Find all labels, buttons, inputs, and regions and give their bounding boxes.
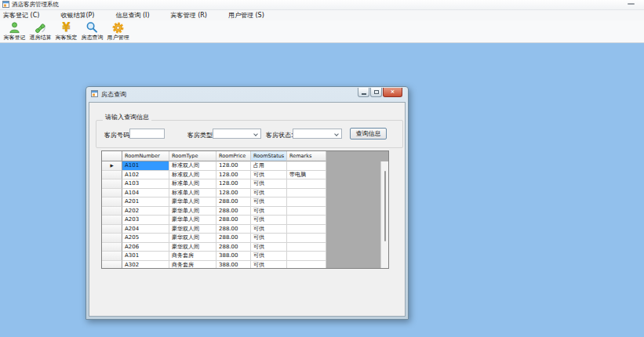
grid-cell[interactable]: A205 [122, 234, 169, 243]
toolbar-button-guest-register[interactable]: 宾客登记 [2, 20, 27, 41]
table-row[interactable]: A203豪华单人间288.00可供 [102, 216, 388, 225]
grid-cell[interactable]: 豪华双人间 [169, 243, 216, 252]
dialog-maximize-button[interactable] [370, 88, 382, 97]
grid-cell[interactable]: 可供 [251, 207, 287, 216]
grid-cell[interactable] [287, 243, 326, 252]
grid-cell[interactable] [287, 261, 326, 270]
minimize-button[interactable] [628, 3, 635, 5]
room-type-select[interactable] [213, 129, 261, 139]
row-selector-cell[interactable] [102, 225, 122, 234]
grid-cell[interactable]: 豪华单人间 [169, 216, 216, 225]
grid-cell[interactable]: A201 [122, 197, 169, 207]
grid-cell[interactable]: 可供 [251, 216, 287, 225]
toolbar-button-reservation[interactable]: ¥ 宾客预定 [53, 20, 79, 41]
grid-cell[interactable]: 占用 [251, 161, 287, 171]
grid-cell[interactable]: 可供 [251, 261, 287, 270]
room-number-input[interactable] [129, 129, 165, 139]
grid-cell[interactable]: A202 [122, 207, 169, 216]
row-selector-cell[interactable] [102, 189, 122, 198]
room-status-select[interactable] [293, 129, 342, 139]
grid-corner-cell[interactable] [102, 151, 122, 161]
grid-vertical-scrollbar[interactable] [380, 161, 388, 268]
grid-cell[interactable]: 288.00 [216, 207, 251, 216]
grid-cell[interactable] [287, 197, 326, 207]
grid-cell[interactable]: 商务套房 [169, 261, 216, 270]
toolbar-button-user-management[interactable]: 用户管理 [105, 20, 131, 41]
grid-cell[interactable]: 商务套房 [169, 252, 216, 261]
grid-column-header-remarks[interactable]: Remarks [287, 151, 326, 161]
row-selector-cell[interactable] [102, 179, 122, 189]
row-selector-cell[interactable] [102, 207, 122, 216]
row-selector-cell[interactable] [102, 171, 122, 180]
grid-cell[interactable]: 288.00 [216, 225, 251, 234]
grid-cell[interactable]: A301 [122, 252, 169, 261]
table-row[interactable]: A104标准单人间128.00可供 [102, 189, 388, 198]
grid-cell[interactable]: 可供 [251, 179, 287, 189]
menu-item-cashier-settlement[interactable]: 收银结算(P) [60, 11, 94, 20]
table-row[interactable]: A302商务套房388.00可供 [102, 261, 388, 270]
table-row[interactable]: A205豪华双人间288.00可供 [102, 234, 388, 243]
grid-cell[interactable]: 288.00 [216, 197, 251, 207]
grid-column-header-roomtype[interactable]: RoomType [169, 151, 216, 161]
grid-cell[interactable]: A104 [122, 189, 169, 198]
grid-cell[interactable]: 标准双人间 [169, 161, 216, 171]
grid-cell[interactable]: 可供 [251, 243, 287, 252]
row-selector-cell[interactable] [102, 261, 122, 270]
grid-cell[interactable]: 288.00 [216, 243, 251, 252]
grid-cell[interactable]: 标准单人间 [169, 189, 216, 198]
row-selector-cell[interactable] [102, 252, 122, 261]
grid-cell[interactable]: 可供 [251, 197, 287, 207]
grid-cell[interactable]: 豪华单人间 [169, 197, 216, 207]
table-row[interactable]: A102标准双人间128.00可供带电脑 [102, 171, 388, 180]
grid-cell[interactable]: 可供 [251, 171, 287, 180]
table-row[interactable]: A204豪华双人间288.00可供 [102, 225, 388, 234]
row-selector-cell[interactable] [102, 216, 122, 225]
grid-cell[interactable]: 豪华双人间 [169, 225, 216, 234]
menu-item-info-query[interactable]: 信息查询 (I) [115, 11, 149, 20]
grid-cell[interactable]: A102 [122, 171, 169, 180]
grid-cell[interactable]: 豪华双人间 [169, 234, 216, 243]
grid-column-header-roomprice[interactable]: RoomPrice [216, 151, 251, 161]
grid-cell[interactable]: 128.00 [216, 189, 251, 198]
grid-cell[interactable]: 带电脑 [287, 171, 326, 180]
grid-cell[interactable]: 标准单人间 [169, 179, 216, 189]
row-selector-cell[interactable] [102, 197, 122, 207]
grid-cell[interactable]: 288.00 [216, 234, 251, 243]
grid-cell[interactable]: 豪华单人间 [169, 207, 216, 216]
row-selector-cell[interactable] [102, 243, 122, 252]
grid-cell[interactable]: 128.00 [216, 179, 251, 189]
search-button[interactable]: 查询信息 [350, 128, 387, 140]
grid-cell[interactable]: 标准双人间 [169, 171, 216, 180]
grid-cell[interactable] [287, 189, 326, 198]
grid-cell[interactable]: 可供 [251, 225, 287, 234]
table-row[interactable]: A301商务套房388.00可供 [102, 252, 388, 261]
grid-cell[interactable]: A103 [122, 179, 169, 189]
table-row[interactable]: ▶A101标准双人间128.00占用 [102, 161, 388, 171]
grid-cell[interactable]: A204 [122, 225, 169, 234]
row-selector-cell[interactable]: ▶ [102, 161, 122, 171]
grid-cell[interactable]: 可供 [251, 234, 287, 243]
scrollbar-thumb[interactable] [384, 171, 386, 241]
grid-cell[interactable]: A302 [122, 261, 169, 270]
grid-cell[interactable]: 128.00 [216, 161, 251, 171]
table-row[interactable]: A202豪华单人间288.00可供 [102, 207, 388, 216]
main-titlebar[interactable]: 酒店客房管理系统 [0, 0, 644, 10]
grid-cell[interactable] [287, 161, 326, 171]
dialog-minimize-button[interactable] [358, 88, 369, 97]
menu-item-guest-register[interactable]: 宾客登记 (C) [3, 11, 39, 20]
grid-cell[interactable] [287, 207, 326, 216]
grid-cell[interactable]: 388.00 [216, 261, 251, 270]
dialog-close-button[interactable]: × [383, 88, 402, 97]
grid-cell[interactable]: 可供 [251, 252, 287, 261]
grid-cell[interactable] [287, 234, 326, 243]
grid-cell[interactable] [287, 252, 326, 261]
grid-cell[interactable]: 128.00 [216, 171, 251, 180]
grid-cell[interactable]: A206 [122, 243, 169, 252]
table-row[interactable]: A201豪华单人间288.00可供 [102, 197, 388, 207]
grid-cell[interactable] [287, 225, 326, 234]
menu-item-guest-management[interactable]: 宾客管理 (R) [171, 11, 207, 20]
grid-cell[interactable] [287, 179, 326, 189]
grid-cell[interactable]: 可供 [251, 189, 287, 198]
grid-column-header-roomstatus[interactable]: RoomStatus [251, 151, 287, 161]
grid-column-header-roomnumber[interactable]: RoomNumber [122, 151, 169, 161]
